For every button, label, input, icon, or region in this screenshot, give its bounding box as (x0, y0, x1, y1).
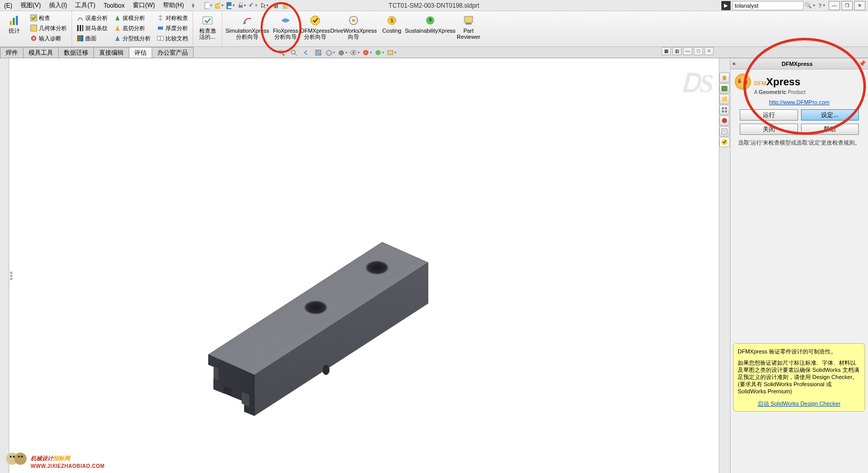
graphics-viewport[interactable]: ▦ ▥ — □ ✕ ᎠS (9, 58, 719, 473)
run-button[interactable]: 运行 (740, 109, 798, 121)
check-button[interactable]: 检查 (28, 13, 69, 23)
undercut-analysis-button[interactable]: 底切分析 (111, 23, 153, 33)
tab-office-products[interactable]: 办公室产品 (152, 47, 194, 58)
zoom-area-icon[interactable] (288, 48, 299, 58)
launch-design-checker-link[interactable]: 启动 SolidWorks Design Checker (738, 400, 860, 407)
undo-icon[interactable]: ▼ (248, 1, 259, 10)
search-cmd-icon[interactable]: ▶ (721, 1, 731, 10)
tab-data-migration[interactable]: 数据迁移 (58, 47, 94, 58)
new-icon[interactable]: ▼ (203, 1, 214, 10)
menu-window[interactable]: 窗口(W) (129, 1, 159, 10)
import-diagnostics-button[interactable]: 输入诊断 (28, 33, 69, 43)
vp-split-icon[interactable]: ▥ (672, 47, 682, 55)
tab-mold-tools[interactable]: 模具工具 (23, 47, 59, 58)
task-tab-appearances-icon[interactable] (719, 115, 730, 126)
menu-tools[interactable]: 工具(T) (71, 1, 99, 10)
menu-toolbox[interactable]: Toolbox (100, 2, 129, 9)
svg-rect-10 (13, 18, 15, 25)
costing-button[interactable]: $Costing (378, 13, 406, 45)
help-icon[interactable]: ?▼ (817, 1, 827, 10)
thickness-analysis-button[interactable]: 厚度分析 (154, 23, 191, 33)
floxpress-button[interactable]: FloXpress 分析向导 (271, 13, 300, 45)
driveworksxpress-button[interactable]: DriveWorksXpress 向导 (331, 13, 377, 45)
simulationxpress-button[interactable]: SimulationXpress 分析向导 (224, 13, 270, 45)
compare-documents-button[interactable]: 比较文档 (154, 33, 191, 43)
svg-rect-19 (158, 27, 163, 30)
select-icon[interactable]: ▼ (260, 1, 270, 10)
minimize-button[interactable]: — (829, 1, 840, 10)
part-model[interactable] (142, 191, 449, 436)
save-icon[interactable]: ▼ (226, 1, 236, 10)
close-panel-button[interactable]: 关闭 (740, 124, 798, 135)
geometry-analysis-button[interactable]: 几何体分析 (28, 23, 69, 33)
symmetry-check-button[interactable]: 对称检查 (154, 13, 191, 23)
svg-rect-20 (157, 36, 160, 40)
vp-close-icon[interactable]: ✕ (705, 47, 714, 55)
task-tab-file-explorer-icon[interactable] (719, 94, 730, 104)
task-tab-custom-props-icon[interactable] (719, 126, 730, 136)
svg-rect-17 (82, 25, 83, 31)
settings-button[interactable]: 设定... (801, 109, 859, 121)
options-icon[interactable]: ▼ (282, 1, 292, 10)
restore-button[interactable]: ❐ (841, 1, 853, 10)
menu-view[interactable]: 视图(V) (16, 1, 45, 10)
statistics-button[interactable]: 统计 (2, 13, 27, 45)
task-tab-dfmxpress-icon[interactable] (719, 137, 730, 147)
close-button[interactable]: ✕ (854, 1, 865, 10)
part-reviewer-button[interactable]: Part Reviewer (454, 13, 483, 45)
previous-view-icon[interactable] (300, 48, 312, 58)
menu-insert[interactable]: 插入(I) (45, 1, 71, 10)
info-line-2: 如果您想验证诸如尺寸标注标准、字体、材料以及草图之类的设计要素以确保 Solid… (738, 359, 860, 395)
svg-rect-22 (203, 17, 212, 24)
svg-rect-49 (725, 110, 727, 112)
splitter-handle[interactable] (10, 266, 14, 286)
svg-point-23 (244, 22, 246, 24)
rebuild-icon[interactable] (271, 1, 281, 10)
task-tab-home-icon[interactable] (719, 73, 730, 83)
svg-rect-48 (722, 110, 724, 112)
view-settings-icon[interactable]: ▼ (386, 48, 397, 58)
draft-analysis-button[interactable]: 拔模分析 (111, 13, 153, 23)
menu-edit[interactable]: (E) (0, 2, 16, 9)
hide-show-icon[interactable]: ▼ (349, 48, 361, 58)
edit-appearance-icon[interactable]: ▼ (362, 48, 373, 58)
open-icon[interactable]: ▼ (215, 1, 225, 10)
parting-line-analysis-button[interactable]: 分型线分析 (111, 33, 153, 43)
display-style-icon[interactable]: ▼ (337, 48, 348, 58)
deviation-analysis-button[interactable]: 误差分析 (74, 13, 110, 23)
tab-evaluate[interactable]: 评估 (129, 47, 152, 58)
print-icon[interactable]: ▼ (237, 1, 247, 10)
task-pane-tabs (719, 58, 730, 473)
dfmxpress-subtitle: A Geometric Product (754, 89, 864, 95)
help-panel-button[interactable]: 帮助 (801, 124, 859, 135)
svg-rect-45 (722, 86, 727, 91)
tab-weldments[interactable]: 焊件 (0, 47, 24, 58)
search-input[interactable] (732, 1, 804, 10)
vp-maximize-icon[interactable]: □ (694, 47, 703, 55)
vp-minimize-icon[interactable]: — (683, 47, 692, 55)
task-tab-design-library-icon[interactable] (719, 83, 730, 93)
sustainabilityxpress-button[interactable]: SustainabilityXpress (407, 13, 453, 45)
view-orientation-icon[interactable]: ▼ (325, 48, 336, 58)
solidworks-watermark-icon: ᎠS (682, 68, 714, 99)
zoom-fit-icon[interactable]: 🔍 (276, 48, 287, 58)
section-view-icon[interactable] (313, 48, 324, 58)
menu-help[interactable]: 帮助(H) (159, 1, 188, 10)
feature-manager-splitter[interactable] (0, 58, 9, 473)
svg-rect-5 (274, 3, 276, 8)
command-tabs: 焊件 模具工具 数据迁移 直接编辑 评估 办公室产品 (0, 47, 868, 58)
apply-scene-icon[interactable]: ▼ (374, 48, 385, 58)
svg-point-37 (376, 50, 381, 55)
dfmpro-link[interactable]: http://www.DFMPro.com (735, 99, 864, 105)
dfmxpress-button[interactable]: DFMXpress 分析向导 (301, 13, 330, 45)
pushpin-icon[interactable] (188, 1, 198, 10)
check-active-button[interactable]: 检查激活的... (195, 13, 220, 45)
task-tab-view-palette-icon[interactable] (719, 105, 730, 115)
search-go-icon[interactable]: 🔍▼ (805, 1, 815, 10)
vp-unsplit-icon[interactable]: ▦ (662, 47, 671, 55)
zebra-stripes-button[interactable]: 斑马条纹 (74, 23, 110, 33)
curvature-button[interactable]: 曲面 (74, 33, 110, 43)
svg-text:$: $ (390, 17, 393, 23)
tab-direct-editing[interactable]: 直接编辑 (93, 47, 129, 58)
panel-pin-icon[interactable]: 📌 (859, 60, 866, 67)
